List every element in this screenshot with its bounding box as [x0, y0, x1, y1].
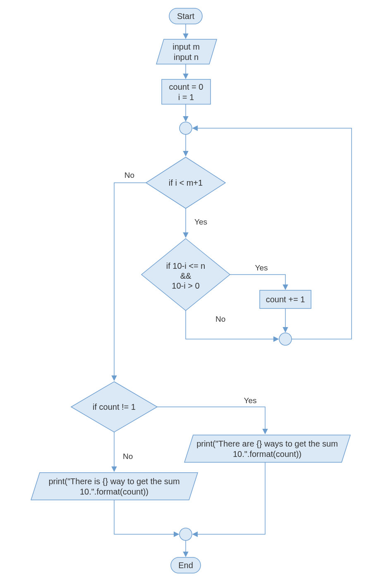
increment-node: count += 1 [260, 290, 311, 308]
innercond-yes-label: Yes [255, 263, 268, 272]
flowchart-canvas: Start input m input n count = 0 i = 1 if… [0, 0, 383, 588]
inner-cond-line2: && [180, 271, 192, 280]
edge-innercond-no [186, 311, 278, 339]
increment-label: count += 1 [266, 295, 305, 304]
finalcond-yes-label: Yes [244, 396, 257, 405]
inner-cond-line3: 10-i > 0 [172, 281, 199, 290]
init-node: count = 0 i = 1 [162, 79, 211, 104]
start-label: Start [177, 12, 195, 21]
end-node: End [171, 557, 201, 573]
final-cond-node: if count != 1 [71, 382, 157, 432]
merge1-node [180, 122, 192, 134]
edge-printsingular-merge3 [114, 500, 179, 534]
finalcond-no-label: No [123, 452, 133, 461]
innercond-no-label: No [215, 315, 225, 323]
input-node: input m input n [156, 39, 217, 64]
print-singular-node: print("There is {} way to get the sum 10… [31, 473, 198, 500]
start-node: Start [169, 8, 202, 24]
end-label: End [178, 561, 193, 570]
final-cond-label: if count != 1 [93, 402, 136, 411]
inner-cond-node: if 10-i <= n && 10-i > 0 [141, 239, 230, 311]
edge-finalcond-yes [157, 407, 265, 434]
edge-innercond-yes [230, 275, 285, 289]
loopcond-yes-label: Yes [194, 218, 207, 226]
init-line1: count = 0 [169, 82, 203, 91]
print-plural-line1: print("There are {} ways to get the sum [196, 439, 338, 448]
edge-loopcond-no [114, 183, 146, 380]
merge2-node [279, 333, 292, 345]
init-line2: i = 1 [178, 93, 194, 102]
input-line1: input m [172, 42, 200, 51]
input-line2: input n [174, 53, 199, 62]
print-plural-node: print("There are {} ways to get the sum … [184, 435, 350, 462]
loopcond-no-label: No [124, 171, 134, 179]
print-singular-line1: print("There is {} way to get the sum [48, 477, 180, 486]
loop-cond-label: if i < m+1 [169, 178, 203, 187]
edge-printplural-merge3 [193, 462, 265, 534]
merge3-node [180, 528, 192, 540]
print-singular-line2: 10.".format(count)) [80, 487, 148, 496]
print-plural-line2: 10.".format(count)) [233, 449, 302, 459]
inner-cond-line1: if 10-i <= n [166, 261, 206, 270]
loop-cond-node: if i < m+1 [146, 157, 225, 208]
